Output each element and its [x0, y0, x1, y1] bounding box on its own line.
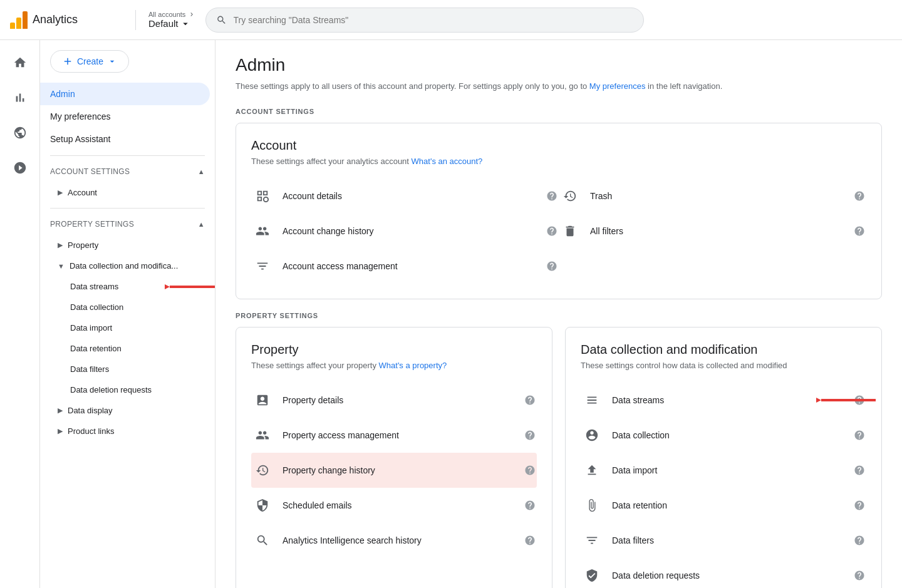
main-data-deletion-help[interactable] — [853, 569, 866, 582]
account-card: Account These settings affect your analy… — [236, 123, 882, 299]
account-right-col: Trash All filters — [559, 178, 866, 284]
account-access-item[interactable]: Account change history — [251, 214, 559, 249]
data-collection-card-desc: These settings control how data is colle… — [581, 361, 866, 370]
account-access-help-icon[interactable] — [545, 224, 559, 238]
all-filters-help-icon[interactable] — [545, 259, 559, 273]
chevron-right-icon-3: ▶ — [58, 406, 63, 415]
scheduled-emails-item[interactable]: Scheduled emails — [251, 488, 537, 523]
main-data-streams-icon — [581, 389, 603, 411]
account-name[interactable]: Default — [148, 18, 195, 29]
main-data-streams-row: Data streams — [581, 383, 866, 418]
sidebar-item-admin[interactable]: Admin — [40, 83, 210, 105]
app-title: Analytics — [33, 13, 78, 26]
account-change-history-icon — [559, 185, 581, 207]
page-title: Admin — [236, 55, 882, 75]
analytics-intelligence-help[interactable] — [523, 534, 537, 547]
chevron-right-icon-4: ▶ — [58, 427, 63, 435]
main-data-collection-item[interactable]: Data collection — [581, 418, 866, 453]
property-access-help[interactable] — [523, 428, 537, 442]
scheduled-emails-icon — [251, 494, 274, 517]
main-data-retention-item[interactable]: Data retention — [581, 488, 866, 523]
account-change-history-item[interactable]: Trash — [559, 178, 866, 214]
sidebar-item-data-retention[interactable]: Data retention — [40, 338, 210, 359]
scheduled-emails-help[interactable] — [523, 498, 537, 512]
sidebar-item-property[interactable]: ▶ Property — [40, 235, 210, 255]
main-data-import-icon — [581, 459, 603, 482]
all-filters-item[interactable]: Account access management — [251, 249, 559, 284]
sidebar-item-data-collection[interactable]: Data collection — [40, 297, 210, 317]
explore-icon — [13, 126, 27, 140]
nav-reports-item[interactable] — [5, 83, 35, 113]
property-access-item[interactable]: Property access management — [251, 418, 537, 453]
trash-help-icon[interactable] — [853, 224, 866, 238]
sidebar-item-data-streams[interactable]: Data streams — [40, 276, 210, 297]
what-is-account-link[interactable]: What's an account? — [412, 157, 483, 166]
property-card-items: Property details Property access managem… — [251, 383, 537, 558]
sidebar-item-data-deletion[interactable]: Data deletion requests — [40, 379, 210, 400]
data-collection-card: Data collection and modification These s… — [565, 327, 882, 589]
account-card-desc: These settings affect your analytics acc… — [251, 157, 866, 166]
create-button[interactable]: Create — [50, 50, 129, 73]
sidebar: Create Admin My preferences Setup Assist… — [40, 40, 215, 588]
sidebar-item-data-import[interactable]: Data import — [40, 317, 210, 338]
property-change-history-icon — [251, 459, 274, 482]
page-description: These settings apply to all users of thi… — [236, 80, 882, 93]
sidebar-item-product-links[interactable]: ▶ Product links — [40, 421, 210, 441]
search-icon — [216, 14, 227, 26]
chevron-down-icon — [107, 56, 117, 66]
main-data-filters-item[interactable]: Data filters — [581, 523, 866, 558]
main-data-streams-help[interactable] — [853, 393, 866, 407]
what-is-property-link[interactable]: What's a property? — [379, 361, 447, 370]
main-data-import-help[interactable] — [853, 463, 866, 477]
data-collection-card-items: Data streams — [581, 383, 866, 589]
property-card-title: Property — [251, 343, 537, 357]
main-data-filters-icon — [581, 529, 603, 552]
all-filters-label: Account access management — [283, 261, 536, 271]
chevron-right-icon: ▶ — [58, 188, 63, 197]
property-details-item[interactable]: Property details — [251, 383, 537, 418]
main-data-retention-help[interactable] — [853, 498, 866, 512]
main-data-filters-help[interactable] — [853, 534, 866, 547]
account-details-icon — [251, 185, 274, 207]
main-data-collection-icon — [581, 424, 603, 446]
sidebar-item-account[interactable]: ▶ Account — [40, 182, 210, 203]
property-change-history-help[interactable] — [523, 463, 537, 477]
chevron-up-icon-2: ▲ — [198, 220, 205, 228]
sidebar-item-data-filters[interactable]: Data filters — [40, 359, 210, 379]
trash-icon — [559, 220, 581, 242]
sidebar-item-my-preferences[interactable]: My preferences — [40, 105, 210, 128]
my-preferences-link[interactable]: My preferences — [589, 81, 646, 91]
header-divider — [135, 10, 136, 30]
analytics-intelligence-item[interactable]: Analytics Intelligence search history — [251, 523, 537, 558]
sidebar-item-setup-assistant[interactable]: Setup Assistant — [40, 128, 210, 150]
account-details-help-icon[interactable] — [545, 189, 559, 203]
all-accounts-label: All accounts — [148, 11, 195, 18]
account-details-item[interactable]: Account details — [251, 178, 559, 214]
account-selector[interactable]: All accounts Default — [148, 11, 195, 29]
trash-label: All filters — [590, 226, 844, 236]
account-change-history-help-icon[interactable] — [853, 189, 866, 203]
main-data-streams-item[interactable]: Data streams — [581, 383, 866, 418]
data-collection-card-title: Data collection and modification — [581, 343, 866, 357]
main-data-collection-help[interactable] — [853, 428, 866, 442]
nav-home-item[interactable] — [5, 48, 35, 78]
property-details-help[interactable] — [523, 393, 537, 407]
main-data-deletion-item[interactable]: Data deletion requests — [581, 558, 866, 589]
advertising-icon — [13, 161, 27, 175]
trash-item[interactable]: All filters — [559, 214, 866, 249]
account-settings-section-header: ACCOUNT SETTINGS — [236, 108, 882, 115]
main-data-import-item[interactable]: Data import — [581, 453, 866, 488]
search-input[interactable] — [234, 15, 634, 25]
search-bar[interactable] — [205, 8, 644, 33]
header-logo: Analytics — [10, 11, 123, 29]
nav-advertising-item[interactable] — [5, 153, 35, 183]
account-change-history-label: Trash — [590, 191, 844, 201]
chevron-up-icon: ▲ — [198, 168, 205, 175]
account-settings-header[interactable]: Account settings ▲ — [40, 161, 215, 182]
property-change-history-item[interactable]: Property change history — [251, 453, 537, 488]
sidebar-item-data-collection-modification[interactable]: ▼ Data collection and modifica... — [40, 255, 210, 276]
sidebar-item-data-display[interactable]: ▶ Data display — [40, 400, 210, 421]
nav-explore-item[interactable] — [5, 118, 35, 148]
property-settings-header[interactable]: Property settings ▲ — [40, 214, 215, 235]
sidebar-divider-1 — [50, 155, 205, 156]
